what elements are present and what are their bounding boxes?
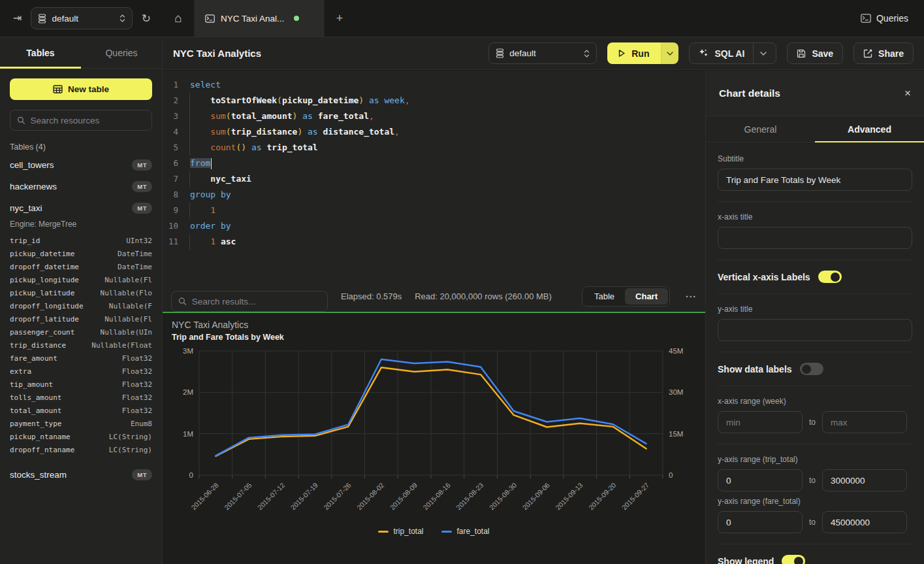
y-range-fare-min-field[interactable] <box>718 511 803 533</box>
editor-line[interactable]: 9 1 <box>163 203 705 218</box>
y-axis-title-field[interactable] <box>718 319 912 341</box>
engine-badge: MT <box>132 469 152 480</box>
x-range-max-field[interactable] <box>822 411 907 433</box>
new-table-button[interactable]: New table <box>10 78 152 100</box>
service-selector[interactable]: default <box>31 7 132 29</box>
column-row[interactable]: fare_amount Float32 <box>10 352 152 365</box>
column-row[interactable]: pickup_latitude Nullable(Flo <box>10 286 152 299</box>
show-legend-toggle[interactable] <box>782 555 805 564</box>
column-row[interactable]: dropoff_longitude Nullable(F <box>10 299 152 312</box>
column-type: Nullable(Flo <box>101 289 152 297</box>
subtitle-field-label: Subtitle <box>718 154 912 163</box>
editor-line[interactable]: 5 count() as trip_total <box>163 140 705 156</box>
queries-button[interactable]: Queries <box>861 0 924 37</box>
results-search-input[interactable] <box>192 297 321 307</box>
line-chart[interactable]: 001M15M2M30M3M45M2015-06-282015-07-05201… <box>163 344 705 526</box>
table-item-hackernews[interactable]: hackernews MT <box>10 176 152 197</box>
vertical-x-labels-toggle[interactable] <box>818 271 842 283</box>
y-axis-right-tick: 15M <box>669 430 683 438</box>
close-icon[interactable]: × <box>904 87 911 100</box>
refresh-icon[interactable]: ↻ <box>142 13 151 24</box>
column-row[interactable]: tolls_amount Float32 <box>10 391 152 404</box>
run-options-button[interactable] <box>661 42 678 64</box>
resource-search-input[interactable] <box>31 116 145 125</box>
sql-ai-options-button[interactable] <box>753 43 767 63</box>
run-label: Run <box>631 48 649 59</box>
save-button[interactable]: Save <box>787 42 843 64</box>
editor-line[interactable]: 2 toStartOfWeek(pickup_datetime) as week… <box>163 93 705 108</box>
line-number: 10 <box>163 218 187 234</box>
editor-line[interactable]: 6from <box>163 156 705 171</box>
collapse-sidebar-icon[interactable]: ⇥ <box>13 13 22 24</box>
sql-ai-button[interactable]: SQL AI <box>689 42 776 64</box>
show-data-labels-label: Show data labels <box>718 364 792 374</box>
column-row[interactable]: pickup_longitude Nullable(Fl <box>10 273 152 286</box>
editor-line[interactable]: 11 1 asc <box>163 234 705 250</box>
column-name: fare_amount <box>10 354 57 363</box>
home-tab[interactable]: ⌂ <box>163 0 194 37</box>
database-selector[interactable]: default <box>488 42 597 64</box>
search-icon <box>178 297 187 306</box>
chevron-down-icon <box>667 52 673 56</box>
y-range-fare-max-field[interactable] <box>822 511 907 533</box>
column-row[interactable]: dropoff_ntaname LC(String) <box>10 443 152 456</box>
column-row[interactable]: trip_id UInt32 <box>10 234 152 247</box>
share-button[interactable]: Share <box>853 42 914 64</box>
column-name: trip_id <box>10 237 40 245</box>
table-name: nyc_taxi <box>10 203 42 213</box>
panel-tab-advanced[interactable]: Advanced <box>815 116 924 142</box>
share-icon <box>863 49 872 58</box>
column-type: UInt32 <box>126 237 152 245</box>
sql-editor[interactable]: 1select2 toStartOfWeek(pickup_datetime) … <box>163 71 705 281</box>
home-icon: ⌂ <box>174 11 182 25</box>
column-row[interactable]: dropoff_datetime DateTime <box>10 260 152 273</box>
editor-line[interactable]: 1select <box>163 77 705 93</box>
editor-line[interactable]: 10order by <box>163 218 705 234</box>
results-search[interactable] <box>171 291 328 312</box>
column-row[interactable]: dropoff_latitude Nullable(Fl <box>10 312 152 325</box>
view-toggle-chart[interactable]: Chart <box>625 288 668 305</box>
column-row[interactable]: total_amount Float32 <box>10 404 152 417</box>
table-item-cell_towers[interactable]: cell_towers MT <box>10 154 152 176</box>
resource-search[interactable] <box>10 110 152 131</box>
column-row[interactable]: passenger_count Nullable(UIn <box>10 325 152 339</box>
y-range-trip-min-field[interactable] <box>718 469 803 491</box>
view-toggle-table[interactable]: Table <box>584 288 625 305</box>
panel-tab-general[interactable]: General <box>706 116 815 142</box>
editor-line[interactable]: 8group by <box>163 187 705 203</box>
sidebar-tab-tables[interactable]: Tables <box>0 37 81 68</box>
column-row[interactable]: tip_amount Float32 <box>10 378 152 391</box>
column-row[interactable]: extra Float32 <box>10 365 152 378</box>
column-row[interactable]: trip_distance Nullable(Float <box>10 339 152 352</box>
sidebar-tab-queries[interactable]: Queries <box>81 37 162 68</box>
service-selector-value: default <box>52 14 78 24</box>
legend-item-trip_total[interactable]: trip_total <box>378 527 423 536</box>
chevron-updown-icon <box>584 49 590 58</box>
legend-item-fare_total[interactable]: fare_total <box>441 527 489 536</box>
column-row[interactable]: payment_type Enum8 <box>10 417 152 430</box>
column-type: DateTime <box>118 250 152 258</box>
table-item-stocks_stream[interactable]: stocks_stream MT <box>10 464 152 486</box>
table-item-nyc_taxi[interactable]: nyc_taxi MT <box>10 197 152 219</box>
editor-line[interactable]: 3 sum(total_amount) as fare_total, <box>163 108 705 124</box>
y-range-trip-max-field[interactable] <box>822 469 907 491</box>
code-line: 1 <box>187 203 215 218</box>
editor-line[interactable]: 7 nyc_taxi <box>163 171 705 187</box>
subtitle-field[interactable] <box>718 169 912 191</box>
x-range-min-field[interactable] <box>718 411 803 433</box>
to-label: to <box>809 476 816 485</box>
y-range-trip-label: y-axis range (trip_total) <box>718 455 912 464</box>
results-toolbar: Elapsed: 0.579s Read: 20,000,000 rows (2… <box>163 281 705 312</box>
run-button[interactable]: Run <box>607 42 661 64</box>
x-axis-label: 2015-07-19 <box>289 481 319 512</box>
show-data-labels-toggle[interactable] <box>800 363 823 375</box>
more-options-button[interactable]: ··· <box>683 291 697 302</box>
new-tab-button[interactable]: + <box>325 0 355 37</box>
column-row[interactable]: pickup_ntaname LC(String) <box>10 430 152 443</box>
sparkles-icon <box>699 48 709 58</box>
tab-nyc-taxi-analytics[interactable]: NYC Taxi Anal... <box>194 0 325 37</box>
editor-line[interactable]: 4 sum(trip_distance) as distance_total, <box>163 124 705 140</box>
column-row[interactable]: pickup_datetime DateTime <box>10 247 152 260</box>
code-line: order by <box>187 218 231 234</box>
x-axis-title-field[interactable] <box>718 227 912 249</box>
